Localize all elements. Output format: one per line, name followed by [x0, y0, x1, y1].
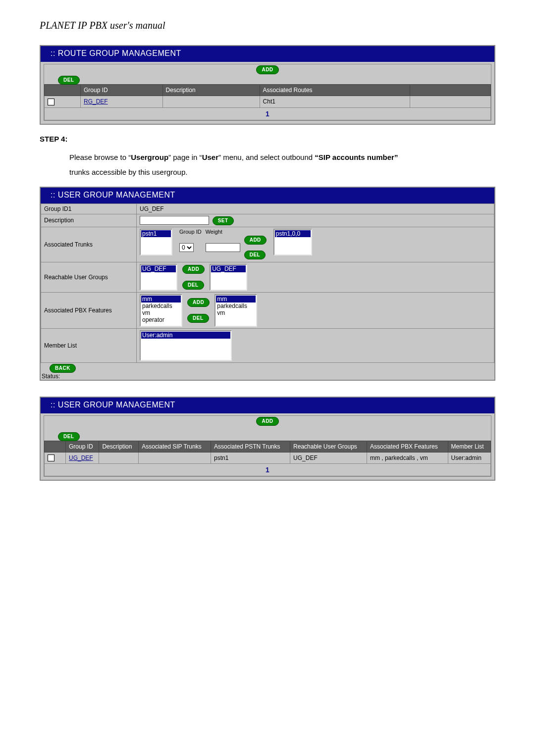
step-text: Please browse to “Usergroup” page in “Us… — [69, 150, 495, 180]
label-assoc-pbx: Associated PBX Features — [41, 292, 137, 328]
route-group-header: :: ROUTE GROUP MANAGEMENT — [41, 46, 494, 62]
rug-add-button[interactable]: ADD — [182, 265, 205, 274]
pbx-add-button[interactable]: ADD — [187, 298, 210, 307]
route-table: Group ID Description Associated Routes R… — [44, 84, 491, 108]
table-row: UG_DEF pstn1 UG_DEF mm , parkedcalls , v… — [45, 452, 491, 464]
pbx-right-list[interactable]: mm parkedcalls vm — [214, 294, 257, 327]
weight-input[interactable] — [206, 243, 240, 252]
label-group-id: Group ID1 — [41, 203, 137, 214]
rug-right-list[interactable]: UG_DEF — [210, 264, 247, 291]
del-button[interactable]: DEL — [58, 432, 80, 441]
row-pstn-trunks: pstn1 — [211, 452, 290, 464]
col-description: Description — [99, 441, 139, 452]
row-description — [99, 452, 139, 464]
set-button[interactable]: SET — [213, 216, 234, 225]
trunks-right-list[interactable]: pstn1,0,0 — [273, 229, 312, 255]
trunks-add-button[interactable]: ADD — [244, 236, 267, 245]
row-checkbox[interactable] — [48, 454, 54, 461]
del-button[interactable]: DEL — [58, 76, 80, 85]
group-id-link[interactable]: RG_DEF — [84, 98, 108, 105]
label-assoc-trunks: Associated Trunks — [41, 227, 137, 262]
route-add-bar: ADD — [44, 64, 491, 75]
ugl-pager[interactable]: 1 — [44, 464, 491, 476]
value-group-id: UG_DEF — [137, 203, 494, 214]
row-sip-trunks — [139, 452, 211, 464]
col-reachable: Reachable User Groups — [290, 441, 367, 452]
label-reachable-groups: Reachable User Groups — [41, 262, 137, 292]
col-members: Member List — [448, 441, 490, 452]
row-checkbox[interactable] — [48, 99, 54, 105]
manual-title: PLANET IP PBX user's manual — [40, 20, 495, 31]
col-group-id: Group ID — [81, 85, 163, 96]
label-description: Description — [41, 214, 137, 227]
user-group-form-panel: :: USER GROUP MANAGEMENT Group ID1 UG_DE… — [40, 187, 495, 381]
user-group-form-header: :: USER GROUP MANAGEMENT — [41, 188, 494, 203]
row-pbx: mm , parkedcalls , vm — [367, 452, 448, 464]
user-group-table: Group ID Description Associated SIP Trun… — [44, 441, 491, 464]
col-description: Description — [162, 85, 260, 96]
col-assoc-routes: Associated Routes — [260, 85, 410, 96]
user-group-form: Group ID1 UG_DEF Description SET Associa… — [41, 203, 494, 363]
ugl-add-bar: ADD — [44, 416, 491, 427]
label-member-list: Member List — [41, 328, 137, 362]
pbx-left-list[interactable]: mm parkedcalls vm operator — [140, 294, 182, 327]
row-members: User:admin — [448, 452, 490, 464]
description-input[interactable] — [140, 216, 209, 225]
row-assoc-routes: Cht1 — [260, 96, 410, 108]
col-group-id: Group ID — [66, 441, 99, 452]
pbx-del-button[interactable]: DEL — [187, 314, 209, 323]
row-description — [162, 96, 260, 108]
table-row: RG_DEF Cht1 — [45, 96, 491, 108]
route-group-panel: :: ROUTE GROUP MANAGEMENT ADD DEL Group … — [40, 45, 495, 125]
route-pager[interactable]: 1 — [44, 108, 491, 120]
member-list-box[interactable]: User:admin — [140, 330, 232, 361]
col-group-id-inline: Group ID — [177, 229, 204, 235]
row-reachable: UG_DEF — [290, 452, 367, 464]
step-label: STEP 4: — [40, 135, 495, 143]
user-group-list-panel: :: USER GROUP MANAGEMENT ADD DEL Group I… — [40, 397, 495, 481]
group-id-select[interactable]: 0 — [179, 243, 194, 252]
back-button[interactable]: BACK — [50, 364, 76, 373]
rug-del-button[interactable]: DEL — [182, 281, 204, 290]
col-sip-trunks: Associated SIP Trunks — [139, 441, 211, 452]
user-group-list-header: :: USER GROUP MANAGEMENT — [41, 398, 494, 413]
add-button[interactable]: ADD — [256, 65, 278, 74]
trunks-del-button[interactable]: DEL — [244, 251, 266, 259]
trunks-left-list[interactable]: pstn1 — [140, 229, 172, 255]
status-label: Status: — [41, 373, 494, 380]
col-weight-inline: Weight — [204, 229, 242, 235]
add-button[interactable]: ADD — [256, 417, 278, 426]
group-id-link[interactable]: UG_DEF — [69, 454, 93, 461]
rug-left-list[interactable]: UG_DEF — [140, 264, 177, 291]
col-pstn-trunks: Associated PSTN Trunks — [211, 441, 290, 452]
col-pbx: Associated PBX Features — [367, 441, 448, 452]
